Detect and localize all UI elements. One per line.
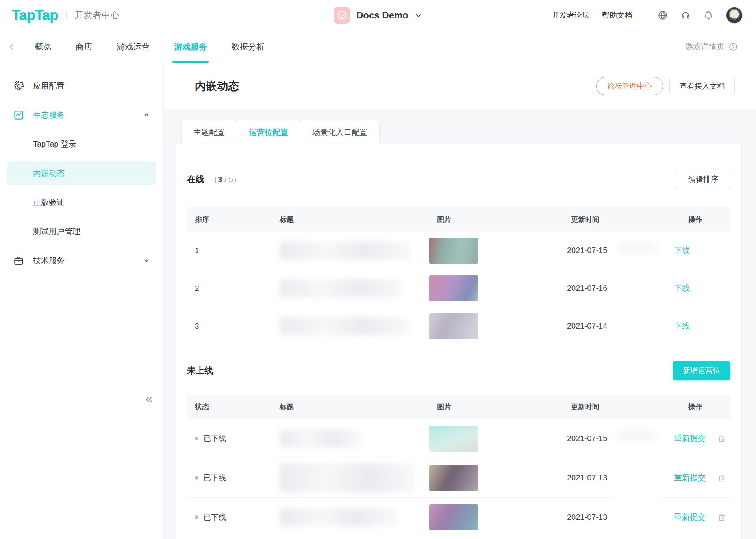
sidebar-item-taptap-login[interactable]: TapTap 登录 bbox=[7, 132, 156, 156]
tab-operation-slot-config[interactable]: 运营位配置 bbox=[237, 120, 300, 144]
config-card: 在线 （3 / 5） 编辑排序 排序 标题 图片 更新时间 操作 1 bbox=[176, 144, 742, 539]
back-chevron-icon[interactable] bbox=[6, 40, 19, 54]
row-order: 3 bbox=[195, 322, 280, 330]
row-thumbnail bbox=[429, 465, 478, 491]
tab-data-analysis[interactable]: 数据分析 bbox=[232, 31, 265, 63]
row-thumbnail bbox=[429, 426, 478, 452]
row-status: 已下线 bbox=[195, 512, 280, 522]
add-operation-slot-button[interactable]: 新增运营位 bbox=[673, 361, 730, 380]
sidebar-item-label: 内嵌动态 bbox=[33, 168, 65, 179]
taptap-logo[interactable]: TapTap bbox=[12, 7, 58, 24]
page-actions: 论坛管理中心 查看接入文档 bbox=[596, 77, 735, 95]
sidebar-item-app-config[interactable]: 应用配置 bbox=[7, 74, 156, 98]
sidebar-item-label: 应用配置 bbox=[33, 81, 65, 91]
resubmit-link[interactable]: 重新提交 bbox=[674, 433, 706, 444]
col-title: 标题 bbox=[280, 215, 437, 224]
status-dot bbox=[195, 476, 198, 480]
sidebar-item-embedded-moments[interactable]: 内嵌动态 bbox=[7, 161, 156, 185]
chevron-up-icon bbox=[143, 111, 150, 118]
main-content: 内嵌动态 论坛管理中心 查看接入文档 主题配置 运营位配置 场景化入口配置 在线… bbox=[164, 63, 756, 539]
support-headset-icon[interactable] bbox=[680, 10, 691, 20]
row-status: 已下线 bbox=[195, 473, 280, 483]
briefcase-icon bbox=[13, 255, 24, 266]
redacted-title bbox=[280, 279, 402, 297]
col-image: 图片 bbox=[437, 402, 571, 412]
online-count: （3 / 5） bbox=[210, 174, 241, 185]
offline-table: 状态 标题 图片 更新时间 操作 已下线 2021-07-15 重新提交 bbox=[187, 395, 730, 537]
user-avatar[interactable] bbox=[726, 7, 743, 24]
col-title: 标题 bbox=[280, 402, 437, 412]
sidebar-item-label: 测试用户管理 bbox=[33, 226, 80, 237]
developer-forum-link[interactable]: 开发者论坛 bbox=[552, 10, 589, 20]
tab-game-operation[interactable]: 游戏运营 bbox=[117, 31, 150, 63]
row-thumbnail bbox=[429, 238, 478, 264]
status-dot bbox=[195, 515, 198, 519]
game-detail-page-link[interactable]: 游戏详情页 bbox=[685, 41, 738, 52]
page-body: 应用配置 生态服务 TapTap 登录 内嵌动态 正版验证 测试用户管理 bbox=[0, 63, 756, 539]
config-tabs: 主题配置 运营位配置 场景化入口配置 bbox=[181, 120, 742, 144]
language-globe-icon[interactable] bbox=[658, 10, 668, 20]
app-header: TapTap 开发者中心 Docs Demo 开发者论坛 帮助文档 bbox=[0, 0, 756, 31]
row-thumbnail bbox=[429, 313, 478, 339]
trash-icon[interactable] bbox=[717, 434, 726, 443]
sidebar-item-label: 生态服务 bbox=[33, 110, 65, 120]
redacted-time-band bbox=[613, 419, 662, 538]
redacted-title bbox=[280, 508, 398, 526]
online-section-title: 在线 bbox=[187, 174, 204, 185]
take-offline-link[interactable]: 下线 bbox=[674, 245, 690, 256]
online-table-header: 排序 标题 图片 更新时间 操作 bbox=[187, 207, 730, 232]
col-updated: 更新时间 bbox=[571, 402, 674, 412]
header-divider bbox=[645, 11, 645, 20]
page-header: 内嵌动态 论坛管理中心 查看接入文档 bbox=[164, 63, 756, 109]
resubmit-link[interactable]: 重新提交 bbox=[674, 473, 706, 483]
take-offline-link[interactable]: 下线 bbox=[674, 321, 690, 331]
sidebar-item-label: TapTap 登录 bbox=[33, 139, 76, 150]
tab-game-services[interactable]: 游戏服务 bbox=[174, 31, 207, 63]
take-offline-link[interactable]: 下线 bbox=[674, 283, 690, 293]
tab-overview[interactable]: 概览 bbox=[35, 31, 51, 63]
notifications-bell-icon[interactable] bbox=[703, 10, 713, 20]
col-status: 状态 bbox=[195, 402, 280, 412]
sidebar-item-technical-services[interactable]: 技术服务 bbox=[7, 249, 156, 272]
sidebar-collapse-button[interactable]: « bbox=[146, 393, 152, 404]
col-updated: 更新时间 bbox=[571, 215, 674, 224]
app-icon bbox=[334, 7, 350, 24]
sidebar: 应用配置 生态服务 TapTap 登录 内嵌动态 正版验证 测试用户管理 bbox=[0, 63, 164, 539]
brand-divider bbox=[66, 10, 67, 20]
game-tabbar: 概览 商店 游戏运营 游戏服务 数据分析 游戏详情页 bbox=[0, 31, 756, 63]
redacted-title bbox=[280, 463, 415, 493]
content-area: 主题配置 运营位配置 场景化入口配置 在线 （3 / 5） 编辑排序 排序 标题… bbox=[164, 109, 756, 539]
view-integration-docs-button[interactable]: 查看接入文档 bbox=[669, 77, 735, 95]
current-app-name: Docs Demo bbox=[356, 10, 408, 21]
tab-scenario-entry-config[interactable]: 场景化入口配置 bbox=[300, 120, 380, 144]
redacted-time-band bbox=[613, 232, 662, 345]
edit-sort-button[interactable]: 编辑排序 bbox=[676, 170, 730, 189]
tab-store[interactable]: 商店 bbox=[76, 31, 92, 63]
gear-icon bbox=[13, 81, 24, 91]
trash-icon[interactable] bbox=[717, 513, 726, 522]
app-switcher[interactable]: Docs Demo bbox=[334, 7, 422, 24]
offline-section-header: 未上线 新增运营位 bbox=[187, 361, 730, 380]
redacted-title bbox=[280, 430, 360, 448]
col-actions: 操作 bbox=[674, 215, 730, 224]
trash-icon[interactable] bbox=[717, 474, 726, 482]
help-docs-link[interactable]: 帮助文档 bbox=[602, 10, 632, 20]
redacted-title bbox=[280, 317, 410, 335]
sidebar-item-ecosystem-services[interactable]: 生态服务 bbox=[7, 103, 156, 127]
resubmit-link[interactable]: 重新提交 bbox=[674, 512, 706, 522]
row-thumbnail bbox=[429, 275, 478, 301]
row-order: 2 bbox=[195, 284, 280, 293]
sidebar-item-label: 正版验证 bbox=[33, 197, 65, 208]
forum-management-button[interactable]: 论坛管理中心 bbox=[596, 77, 663, 95]
sidebar-item-test-user-management[interactable]: 测试用户管理 bbox=[7, 220, 156, 243]
chevron-down-icon bbox=[143, 257, 150, 264]
row-status: 已下线 bbox=[195, 434, 280, 444]
tab-theme-config[interactable]: 主题配置 bbox=[181, 120, 237, 144]
col-actions: 操作 bbox=[674, 402, 730, 412]
sidebar-item-copyright-verification[interactable]: 正版验证 bbox=[7, 190, 156, 214]
row-order: 1 bbox=[195, 246, 280, 255]
sidebar-item-label: 技术服务 bbox=[33, 255, 65, 266]
game-tabs: 概览 商店 游戏运营 游戏服务 数据分析 bbox=[35, 31, 265, 63]
col-order: 排序 bbox=[195, 215, 280, 224]
game-detail-page-label: 游戏详情页 bbox=[685, 41, 724, 52]
